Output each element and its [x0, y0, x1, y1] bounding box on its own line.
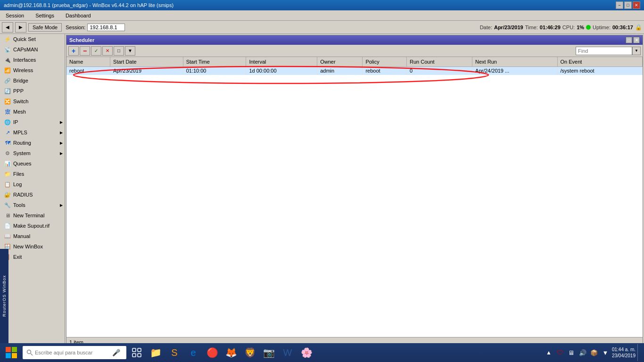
scheduler-copy-btn[interactable]: □	[114, 46, 124, 56]
task-view-button[interactable]	[128, 344, 145, 361]
scheduler-disable-btn[interactable]: ✕	[102, 46, 113, 56]
show-desktop-button[interactable]	[637, 344, 640, 361]
app9-button[interactable]: 🌸	[298, 344, 315, 361]
search-input[interactable]	[35, 350, 110, 355]
new-terminal-icon: 🖥	[4, 212, 11, 219]
chrome-button[interactable]: 🔴	[204, 344, 221, 361]
sidebar-item-exit[interactable]: 🚪 Exit	[0, 252, 65, 262]
mesh-icon: 🕸	[4, 108, 11, 115]
sidebar-item-ppp[interactable]: 🔄 PPP	[0, 86, 65, 96]
sidebar-item-routing[interactable]: 🗺 Routing	[0, 138, 65, 148]
antivirus-tray-icon[interactable]: 🛡	[555, 344, 565, 361]
close-button[interactable]: ✕	[633, 1, 640, 9]
scheduler-add-btn[interactable]: +	[68, 46, 79, 56]
forward-button[interactable]: ▶	[15, 22, 26, 33]
sidebar-item-make-supout[interactable]: 📄 Make Supout.rif	[0, 221, 65, 231]
sidebar-item-system[interactable]: ⚙ System	[0, 148, 65, 158]
photos-button[interactable]: 📷	[260, 344, 277, 361]
start-button[interactable]	[2, 344, 21, 361]
sidebar-item-queues[interactable]: 📊 Queues	[0, 158, 65, 169]
lock-icon: 🔒	[635, 24, 642, 31]
sidebar-label-tools: Tools	[13, 202, 25, 208]
maximize-button[interactable]: □	[624, 1, 632, 9]
date-label: Date:	[480, 25, 492, 30]
find-dropdown-btn[interactable]: ▼	[632, 47, 641, 55]
winbox-tray-icon[interactable]: ▼	[601, 344, 610, 361]
scheduler-remove-btn[interactable]: −	[80, 46, 90, 56]
svg-point-5	[27, 350, 31, 354]
col-start-date: Start Date	[110, 57, 183, 66]
sidebar-item-ip[interactable]: 🌐 IP	[0, 117, 65, 127]
firefox-button[interactable]: 🦊	[223, 344, 239, 361]
sidebar-item-capsman[interactable]: 📡 CAPsMAN	[0, 44, 65, 55]
sidebar-item-log[interactable]: 📋 Log	[0, 179, 65, 189]
mpls-icon: ↗	[4, 129, 11, 136]
word-button[interactable]: W	[279, 344, 296, 361]
find-box: ▼	[576, 47, 641, 55]
sidebar-item-tools[interactable]: 🔧 Tools	[0, 200, 65, 210]
sublime-text-button[interactable]: S	[166, 344, 183, 361]
cpu-label: CPU:	[562, 25, 575, 30]
sidebar-item-quick-set[interactable]: ⚡ Quick Set	[0, 34, 65, 44]
status-bar-right: Date: Apr/23/2019 Time: 01:46:29 CPU: 1%…	[480, 24, 642, 31]
network-tray-icon[interactable]: 🖥	[567, 344, 576, 361]
quick-set-icon: ⚡	[4, 35, 11, 43]
sidebar-item-bridge[interactable]: 🔗 Bridge	[0, 75, 65, 86]
log-icon: 📋	[4, 181, 11, 188]
date-value: Apr/23/2019	[494, 25, 523, 30]
volume-tray-icon[interactable]: 🔊	[578, 344, 587, 361]
winbox-sidebar-tab[interactable]: RouterOS WinBox	[0, 249, 8, 343]
uptime-label: Uptime:	[593, 25, 611, 30]
cell-name: reboot	[66, 66, 110, 75]
cell-interval: 1d 00:00:00	[246, 66, 317, 75]
menu-dashboard[interactable]: Dashboard	[62, 12, 95, 19]
sidebar-item-files[interactable]: 📁 Files	[0, 169, 65, 179]
col-name: Name	[66, 57, 110, 66]
sidebar-item-wireless[interactable]: 📶 Wireless	[0, 65, 65, 75]
col-start-time: Start Time	[183, 57, 246, 66]
back-button[interactable]: ◀	[2, 22, 13, 33]
scheduler-close-btn[interactable]: ✕	[633, 37, 640, 43]
title-bar: admin@192.168.8.1 (prueba_edgar) - WinBo…	[0, 0, 644, 10]
cpu-status-dot	[586, 25, 591, 30]
find-input[interactable]	[576, 47, 632, 55]
session-ip[interactable]: 192.168.8.1	[87, 24, 125, 31]
col-interval: Interval	[246, 57, 317, 66]
sidebar-item-mpls[interactable]: ↗ MPLS	[0, 127, 65, 138]
minimize-button[interactable]: −	[616, 1, 623, 9]
ppp-icon: 🔄	[4, 87, 11, 95]
system-clock[interactable]: 01:44 a. m. 23/04/2019	[612, 346, 636, 359]
session-label: Session:	[66, 25, 85, 30]
sidebar-item-manual[interactable]: 📖 Manual	[0, 231, 65, 241]
sidebar-item-mesh[interactable]: 🕸 Mesh	[0, 107, 65, 117]
scheduler-enable-btn[interactable]: ✓	[91, 46, 101, 56]
sidebar-label-make-supout: Make Supout.rif	[13, 223, 50, 229]
menu-settings[interactable]: Settings	[32, 12, 58, 19]
sidebar-item-interfaces[interactable]: 🔌 Interfaces	[0, 55, 65, 65]
clock-time: 01:44 a. m.	[612, 346, 636, 353]
sidebar-item-switch[interactable]: 🔀 Switch	[0, 96, 65, 107]
brave-button[interactable]: 🦁	[241, 344, 258, 361]
cell-owner: admin	[317, 66, 363, 75]
table-row[interactable]: reboot Apr/23/2019 01:10:00 1d 00:00:00 …	[66, 66, 643, 75]
file-explorer-button[interactable]: 📁	[147, 344, 164, 361]
scheduler-maximize-btn[interactable]: □	[626, 37, 632, 43]
sidebar-label-log: Log	[13, 181, 22, 187]
sidebar-item-new-winbox[interactable]: 🪟 New WinBox	[0, 241, 65, 252]
safe-mode-button[interactable]: Safe Mode	[28, 23, 62, 32]
edge-button[interactable]: e	[185, 344, 202, 361]
sidebar-item-new-terminal[interactable]: 🖥 New Terminal	[0, 210, 65, 221]
svg-rect-2	[12, 347, 17, 352]
task-view-icon	[132, 348, 141, 357]
search-bar[interactable]: 🎤	[23, 346, 126, 359]
col-next-run: Next Run	[472, 57, 557, 66]
scheduler-filter-btn[interactable]: ▼	[125, 46, 135, 56]
archive-tray-icon[interactable]: 📦	[589, 344, 599, 361]
time-label: Time:	[525, 25, 538, 30]
sidebar-item-radius[interactable]: 🔐 RADIUS	[0, 189, 65, 200]
chevron-up-tray-icon[interactable]: ▲	[544, 344, 553, 361]
menu-bar: Session Settings Dashboard	[0, 10, 644, 21]
menu-session[interactable]: Session	[2, 12, 28, 19]
sidebar-label-system: System	[13, 150, 31, 156]
sidebar-label-switch: Switch	[13, 99, 28, 104]
